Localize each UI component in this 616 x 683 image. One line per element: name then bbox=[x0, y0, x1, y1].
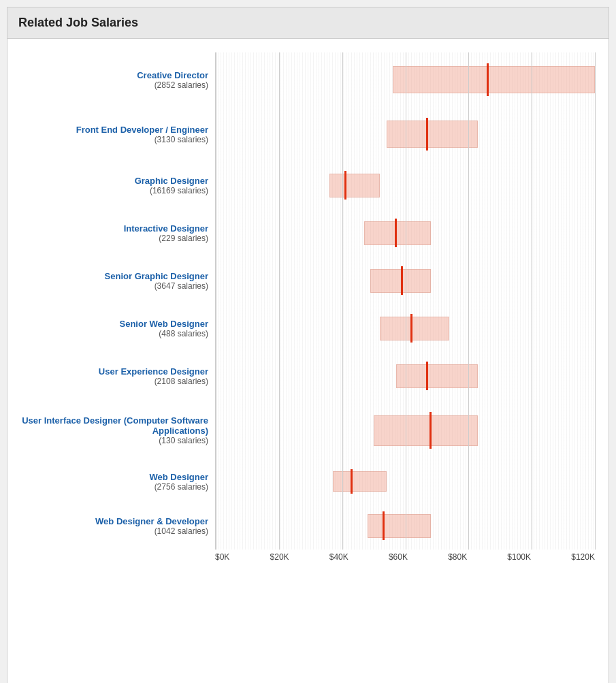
chart-plot bbox=[215, 52, 595, 550]
y-label-item: Interactive Designer(229 salaries) bbox=[21, 209, 215, 257]
grid-line bbox=[406, 52, 406, 550]
median-line bbox=[429, 412, 432, 449]
job-title-label[interactable]: User Interface Designer (Computer Softwa… bbox=[21, 415, 208, 436]
x-axis-labels: $0K$20K$40K$60K$80K$100K$120K bbox=[215, 552, 595, 562]
median-line bbox=[410, 314, 412, 343]
job-salary-count: (3647 salaries) bbox=[155, 281, 208, 291]
job-salary-count: (2108 salaries) bbox=[155, 377, 208, 386]
salary-bar bbox=[380, 317, 449, 340]
salary-bar bbox=[333, 471, 387, 492]
job-salary-count: (1042 salaries) bbox=[155, 526, 208, 536]
x-spacer bbox=[21, 552, 215, 562]
x-axis-label: $120K bbox=[571, 552, 595, 562]
y-label-item: Graphic Designer(16169 salaries) bbox=[21, 161, 215, 209]
job-title-label[interactable]: Senior Web Designer bbox=[119, 319, 208, 329]
job-title-label[interactable]: Creative Director bbox=[137, 70, 208, 80]
grid-line bbox=[279, 52, 280, 550]
plot-area: Creative Director(2852 salaries)Front En… bbox=[21, 52, 595, 550]
job-title-label[interactable]: Front End Developer / Engineer bbox=[76, 125, 208, 135]
job-title-label[interactable]: Senior Graphic Designer bbox=[105, 271, 208, 281]
x-axis: $0K$20K$40K$60K$80K$100K$120K bbox=[21, 552, 595, 562]
job-title-label[interactable]: Interactive Designer bbox=[124, 223, 208, 234]
salary-bar bbox=[396, 364, 479, 388]
median-line bbox=[383, 511, 385, 540]
job-salary-count: (2852 salaries) bbox=[155, 80, 208, 90]
y-label-item: User Interface Designer (Computer Softwa… bbox=[21, 400, 215, 461]
x-axis-label: $60K bbox=[389, 552, 408, 562]
salary-bar bbox=[329, 174, 380, 197]
job-salary-count: (2756 salaries) bbox=[155, 482, 208, 492]
x-axis-label: $40K bbox=[329, 552, 348, 562]
median-line bbox=[426, 118, 428, 150]
x-axis-label: $0K bbox=[215, 552, 229, 562]
job-salary-count: (3130 salaries) bbox=[155, 135, 208, 144]
salary-bar bbox=[368, 514, 431, 538]
y-label-item: User Experience Designer(2108 salaries) bbox=[21, 352, 215, 400]
x-axis-label: $80K bbox=[448, 552, 467, 562]
median-line bbox=[395, 219, 397, 247]
grid-line bbox=[216, 52, 216, 550]
y-labels: Creative Director(2852 salaries)Front En… bbox=[21, 52, 215, 550]
job-title-label[interactable]: Web Designer bbox=[150, 472, 208, 482]
job-title-label[interactable]: User Experience Designer bbox=[99, 366, 208, 377]
y-label-item: Senior Web Designer(488 salaries) bbox=[21, 304, 215, 352]
job-salary-count: (229 salaries) bbox=[159, 234, 208, 243]
salary-bar bbox=[393, 66, 595, 93]
grid-line bbox=[595, 52, 596, 550]
job-salary-count: (16169 salaries) bbox=[150, 186, 208, 195]
salary-bar bbox=[387, 121, 479, 148]
median-line bbox=[401, 266, 403, 295]
y-label-item: Creative Director(2852 salaries) bbox=[21, 52, 215, 107]
grid-line bbox=[532, 52, 532, 550]
chart-body: Creative Director(2852 salaries)Front En… bbox=[7, 39, 609, 575]
salary-bar bbox=[374, 415, 478, 446]
job-salary-count: (130 salaries) bbox=[159, 436, 208, 445]
chart-title: Related Job Salaries bbox=[7, 7, 609, 39]
job-title-label[interactable]: Graphic Designer bbox=[135, 176, 208, 186]
grid-line bbox=[342, 52, 343, 550]
grid-line bbox=[468, 52, 469, 550]
job-salary-count: (488 salaries) bbox=[159, 329, 208, 338]
median-line bbox=[344, 171, 346, 200]
y-label-item: Web Designer & Developer(1042 salaries) bbox=[21, 502, 215, 550]
salary-bar bbox=[364, 221, 430, 245]
x-axis-label: $20K bbox=[270, 552, 289, 562]
y-label-item: Senior Graphic Designer(3647 salaries) bbox=[21, 257, 215, 304]
job-title-label[interactable]: Web Designer & Developer bbox=[95, 516, 208, 526]
y-label-item: Front End Developer / Engineer(3130 sala… bbox=[21, 107, 215, 161]
median-line bbox=[426, 362, 428, 390]
median-line bbox=[351, 469, 353, 494]
chart-container: Related Job Salaries Creative Director(2… bbox=[7, 7, 609, 683]
x-axis-label: $100K bbox=[507, 552, 531, 562]
median-line bbox=[487, 63, 489, 96]
y-label-item: Web Designer(2756 salaries) bbox=[21, 461, 215, 502]
